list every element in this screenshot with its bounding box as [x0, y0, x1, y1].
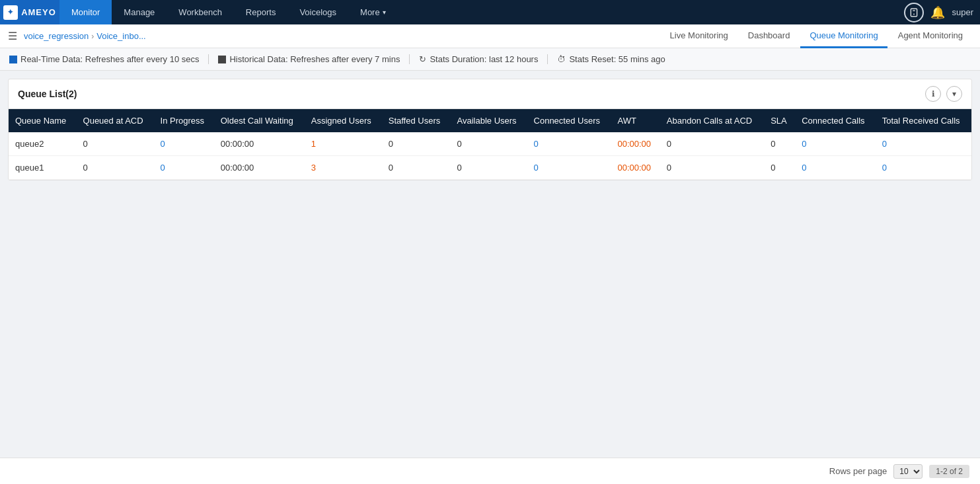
info-stats-duration: ↻ Stats Duration: last 12 hours [410, 54, 548, 64]
sub-nav: ☰ voice_regression › Voice_inbo... Live … [0, 24, 980, 48]
queue-card: Queue List(2) ℹ ▾ Queue Name Queued at A… [8, 79, 972, 181]
info-stats-reset: ⏱ Stats Reset: 55 mins ago [548, 54, 674, 64]
cell-available-users-1: 0 [451, 156, 527, 180]
nav-item-more[interactable]: More ▾ [348, 0, 398, 24]
cell-assigned-users-1: 3 [305, 156, 382, 180]
filter-icon-btn[interactable]: ▾ [946, 86, 962, 102]
top-nav: ✦ AMEYO Monitor Manage Workbench Reports… [0, 0, 980, 24]
tab-agent-monitoring[interactable]: Agent Monitoring [889, 24, 972, 48]
cell-queue-name-1: queue1 [9, 156, 77, 180]
cell-abandon-calls-0: 0 [660, 132, 764, 156]
cell-connected-users-0: 0 [527, 132, 611, 156]
cell-total-received-1: 0 [876, 156, 971, 180]
cell-sla-1: 0 [764, 156, 795, 180]
logo-icon: ✦ [3, 5, 18, 20]
queue-header: Queue List(2) ℹ ▾ [9, 79, 971, 109]
info-historical: Historical Data: Refreshes after every 7… [209, 54, 410, 64]
table-row: queue2 0 0 00:00:00 1 0 0 0 00:00:00 0 0… [9, 132, 971, 156]
nav-items: Monitor Manage Workbench Reports Voicelo… [59, 0, 904, 24]
cell-awt-1: 00:00:00 [611, 156, 660, 180]
tab-dashboard[interactable]: Dashboard [739, 24, 800, 48]
svg-rect-0 [911, 9, 917, 17]
cell-total-received-0: 0 [876, 132, 971, 156]
nav-item-reports[interactable]: Reports [234, 0, 288, 24]
bell-icon[interactable]: 🔔 [930, 5, 945, 20]
nav-item-manage[interactable]: Manage [112, 0, 167, 24]
col-awt: AWT [611, 109, 660, 132]
tab-queue-monitoring[interactable]: Queue Monitoring [800, 24, 887, 48]
col-abandon-calls: Abandon Calls at ACD [660, 109, 764, 132]
info-realtime: Real-Time Data: Refreshes after every 10… [9, 54, 209, 64]
queue-title: Queue List(2) [18, 89, 77, 99]
cell-awt-0: 00:00:00 [611, 132, 660, 156]
breadcrumb-item-1[interactable]: Voice_inbo... [96, 31, 145, 41]
cell-queued-acd-0: 0 [77, 132, 154, 156]
breadcrumb: voice_regression › Voice_inbo... [24, 31, 661, 41]
realtime-dot [9, 56, 17, 63]
tab-live-monitoring[interactable]: Live Monitoring [661, 24, 737, 48]
sub-nav-tabs: Live Monitoring Dashboard Queue Monitori… [661, 24, 972, 48]
nav-item-monitor[interactable]: Monitor [59, 0, 112, 24]
breadcrumb-sep: › [91, 32, 94, 41]
cell-assigned-users-0: 1 [305, 132, 382, 156]
info-bar: Real-Time Data: Refreshes after every 10… [0, 48, 980, 71]
nav-item-workbench[interactable]: Workbench [167, 0, 234, 24]
cell-in-progress-1: 0 [154, 156, 214, 180]
refresh-icon: ↻ [419, 54, 426, 64]
col-queued-at-acd: Queued at ACD [77, 109, 154, 132]
phone-icon [909, 8, 919, 17]
queue-header-icons: ℹ ▾ [925, 86, 962, 102]
col-available-users: Available Users [451, 109, 527, 132]
col-connected-calls: Connected Calls [795, 109, 876, 132]
clock-icon: ⏱ [557, 54, 566, 64]
col-assigned-users: Assigned Users [305, 109, 382, 132]
cell-oldest-call-0: 00:00:00 [214, 132, 305, 156]
cell-queue-name-0: queue2 [9, 132, 77, 156]
col-connected-users: Connected Users [527, 109, 611, 132]
col-in-progress: In Progress [154, 109, 214, 132]
logo[interactable]: ✦ AMEYO [0, 0, 59, 24]
cell-sla-0: 0 [764, 132, 795, 156]
col-sla: SLA [764, 109, 795, 132]
cell-queued-acd-1: 0 [77, 156, 154, 180]
logo-text: AMEYO [21, 7, 56, 17]
queue-table: Queue Name Queued at ACD In Progress Old… [9, 109, 971, 180]
cell-available-users-0: 0 [451, 132, 527, 156]
user-label[interactable]: super [952, 7, 973, 17]
breadcrumb-item-0[interactable]: voice_regression [24, 31, 89, 41]
menu-icon[interactable]: ☰ [8, 30, 17, 42]
col-oldest-call-waiting: Oldest Call Waiting [214, 109, 305, 132]
cell-connected-users-1: 0 [527, 156, 611, 180]
col-total-received-calls: Total Received Calls [876, 109, 971, 132]
more-chevron-icon: ▾ [383, 9, 386, 16]
cell-connected-calls-1: 0 [795, 156, 876, 180]
main-content: Queue List(2) ℹ ▾ Queue Name Queued at A… [0, 71, 980, 458]
info-icon-btn[interactable]: ℹ [925, 86, 941, 102]
nav-right: 🔔 super [904, 3, 980, 22]
cell-in-progress-0: 0 [154, 132, 214, 156]
col-queue-name: Queue Name [9, 109, 77, 132]
col-staffed-users: Staffed Users [382, 109, 451, 132]
cell-staffed-users-1: 0 [382, 156, 451, 180]
cell-staffed-users-0: 0 [382, 132, 451, 156]
table-row: queue1 0 0 00:00:00 3 0 0 0 00:00:00 0 0… [9, 156, 971, 180]
table-header-row: Queue Name Queued at ACD In Progress Old… [9, 109, 971, 132]
svg-point-2 [914, 13, 915, 15]
cell-oldest-call-1: 00:00:00 [214, 156, 305, 180]
cell-abandon-calls-1: 0 [660, 156, 764, 180]
historical-dot [218, 56, 226, 63]
phone-icon-btn[interactable] [904, 3, 924, 22]
cell-connected-calls-0: 0 [795, 132, 876, 156]
nav-item-voicelogs[interactable]: Voicelogs [287, 0, 348, 24]
